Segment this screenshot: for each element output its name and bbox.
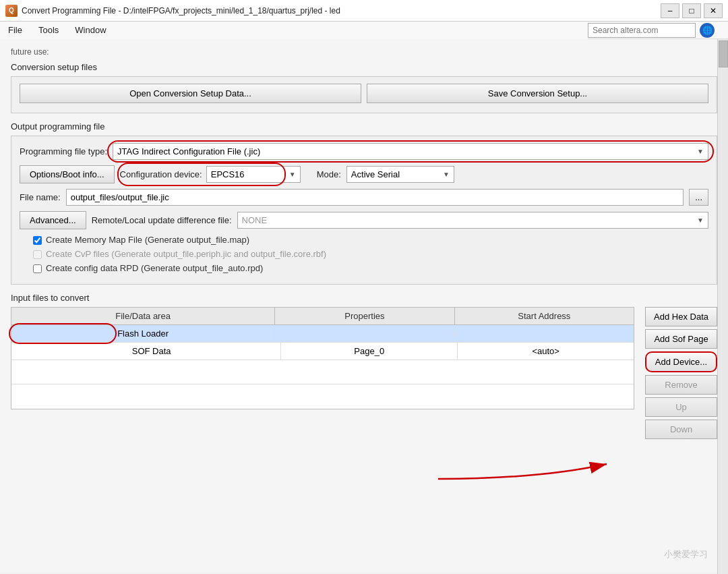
maximize-button[interactable]: □ xyxy=(682,3,701,18)
config-device-arrow: ▼ xyxy=(289,171,296,178)
prog-file-type-row: Programming file type: JTAG Indirect Con… xyxy=(20,143,708,160)
options-boot-button[interactable]: Options/Boot info... xyxy=(20,165,115,183)
flash-loader-oval xyxy=(9,323,117,344)
flash-loader-cell: Flash Loader xyxy=(11,325,275,342)
search-input[interactable] xyxy=(588,23,696,38)
scrollbar-thumb[interactable] xyxy=(719,40,728,67)
menu-bar: File Tools Window xyxy=(0,22,588,39)
app-icon: Q xyxy=(5,5,18,17)
config-device-row: Options/Boot info... Configuration devic… xyxy=(20,165,708,183)
remote-local-select[interactable]: NONE ▼ xyxy=(237,212,708,229)
open-conversion-button[interactable]: Open Conversion Setup Data... xyxy=(20,84,361,103)
checkbox1[interactable] xyxy=(33,236,42,245)
remote-local-label: Remote/Local update difference file: xyxy=(92,215,232,225)
file-name-label: File name: xyxy=(20,192,61,202)
table-row-empty2 xyxy=(11,384,634,409)
remote-local-arrow: ▼ xyxy=(697,217,704,224)
mode-label: Mode: xyxy=(317,169,341,179)
save-conversion-button[interactable]: Save Conversion Setup... xyxy=(367,84,708,103)
main-content: future use: Conversion setup files Open … xyxy=(0,39,728,573)
table-header-file: File/Data area xyxy=(11,308,275,324)
up-button[interactable]: Up xyxy=(645,397,717,417)
add-device-button[interactable]: Add Device... xyxy=(645,351,717,372)
globe-icon[interactable]: 🌐 xyxy=(700,23,715,38)
flash-loader-props xyxy=(275,331,454,337)
prog-file-type-select[interactable]: JTAG Indirect Configuration File (.jic) … xyxy=(113,143,708,160)
flash-loader-addr xyxy=(455,331,634,337)
menu-window[interactable]: Window xyxy=(72,24,109,36)
output-programming-panel: Programming file type: JTAG Indirect Con… xyxy=(11,136,717,285)
checkbox1-label: Create Memory Map File (Generate output_… xyxy=(46,235,249,245)
table-row[interactable]: SOF Data Page_0 <auto> xyxy=(11,343,634,360)
checkbox2-row: Create CvP files (Generate output_file.p… xyxy=(20,249,708,259)
title-bar: Q Convert Programming File - D:/intelFPG… xyxy=(0,0,728,22)
checkbox2[interactable] xyxy=(33,250,42,259)
down-button[interactable]: Down xyxy=(645,420,717,439)
sof-data-addr: <auto> xyxy=(458,343,634,360)
table-header: File/Data area Properties Start Address xyxy=(11,308,634,325)
mode-arrow: ▼ xyxy=(443,171,450,178)
mode-select[interactable]: Active Serial ▼ xyxy=(346,166,454,183)
checkbox3-row: Create config data RPD (Generate output_… xyxy=(20,263,708,273)
menu-file[interactable]: File xyxy=(5,24,25,36)
conversion-setup-section: Conversion setup files Open Conversion S… xyxy=(11,62,717,113)
input-files-layout: File/Data area Properties Start Address … xyxy=(11,307,717,439)
input-files-title: Input files to convert xyxy=(11,293,717,303)
prog-file-type-container: JTAG Indirect Configuration File (.jic) … xyxy=(113,143,708,160)
table-row[interactable]: Flash Loader xyxy=(11,325,634,343)
title-bar-left: Q Convert Programming File - D:/intelFPG… xyxy=(5,5,340,17)
advanced-button[interactable]: Advanced... xyxy=(20,211,86,229)
file-name-input[interactable] xyxy=(66,189,684,206)
input-files-table: File/Data area Properties Start Address … xyxy=(11,307,634,409)
input-files-section: Input files to convert File/Data area Pr… xyxy=(11,293,717,439)
menu-tools[interactable]: Tools xyxy=(36,24,61,36)
watermark: 小樊爱学习 xyxy=(664,548,708,561)
remove-button[interactable]: Remove xyxy=(645,375,717,395)
conversion-setup-title: Conversion setup files xyxy=(11,62,717,72)
config-device-label: Configuration device: xyxy=(120,169,202,179)
output-programming-section: Output programming file Programming file… xyxy=(11,121,717,285)
conversion-setup-panel: Open Conversion Setup Data... Save Conve… xyxy=(11,76,717,113)
window-controls: – □ ✕ xyxy=(661,3,723,18)
scrollbar[interactable] xyxy=(717,39,728,574)
add-sof-page-button[interactable]: Add Sof Page xyxy=(645,329,717,349)
close-button[interactable]: ✕ xyxy=(704,3,723,18)
window-title: Convert Programming File - D:/intelFPGA/… xyxy=(22,6,340,16)
output-programming-title: Output programming file xyxy=(11,121,717,132)
dropdown-arrow: ▼ xyxy=(697,148,704,155)
file-name-row: File name: ... xyxy=(20,189,708,206)
right-buttons: Add Hex Data Add Sof Page Add Device... … xyxy=(640,307,717,439)
checkbox3-label: Create config data RPD (Generate output_… xyxy=(46,263,263,273)
table-header-props: Properties xyxy=(275,308,454,324)
table-row-empty xyxy=(11,360,634,384)
future-use-text: future use: xyxy=(11,45,717,57)
config-device-select[interactable]: EPCS16 ▼ xyxy=(206,166,301,183)
config-device-container: Configuration device: EPCS16 ▼ xyxy=(120,166,301,183)
sof-data-file: SOF Data xyxy=(11,343,281,360)
advanced-row: Advanced... Remote/Local update differen… xyxy=(20,211,708,229)
conversion-setup-buttons: Open Conversion Setup Data... Save Conve… xyxy=(20,84,708,103)
table-header-addr: Start Address xyxy=(455,308,634,324)
prog-file-type-label: Programming file type: xyxy=(20,146,107,156)
add-hex-data-button[interactable]: Add Hex Data xyxy=(645,307,717,326)
checkbox3[interactable] xyxy=(33,264,42,273)
checkbox1-row: Create Memory Map File (Generate output_… xyxy=(20,235,708,245)
sof-data-props: Page_0 xyxy=(281,343,458,360)
checkbox2-label: Create CvP files (Generate output_file.p… xyxy=(46,249,326,259)
minimize-button[interactable]: – xyxy=(661,3,679,18)
ellipsis-button[interactable]: ... xyxy=(689,189,708,206)
